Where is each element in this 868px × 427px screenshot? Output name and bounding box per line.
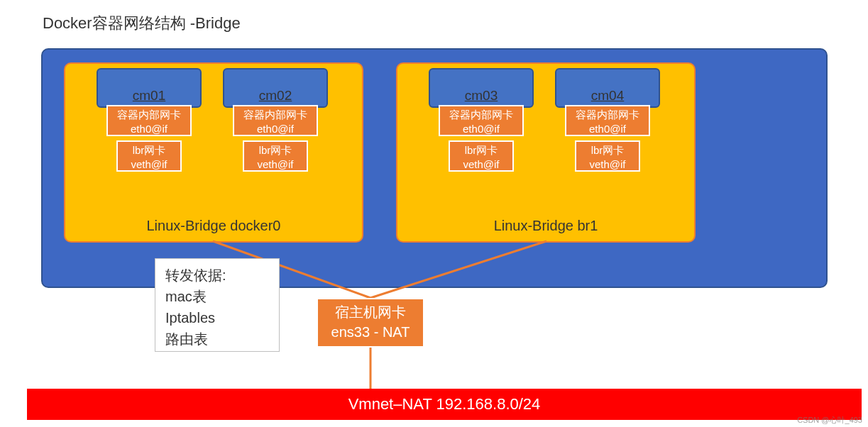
nic-label-line1: lbr网卡 xyxy=(118,143,180,157)
bridge-label: Linux-Bridge docker0 xyxy=(65,218,362,234)
nic-label-line2: eth0@if xyxy=(234,122,317,136)
container-cm03: cm03 xyxy=(429,68,534,108)
container-nic-eth0: 容器内部网卡 eth0@if xyxy=(233,105,318,136)
nic-label-line2: eth0@if xyxy=(566,122,649,136)
container-name: cm03 xyxy=(430,88,532,104)
vmnet-nat-bar: Vmnet–NAT 192.168.8.0/24 xyxy=(27,389,862,420)
bridge-br1: cm03 容器内部网卡 eth0@if lbr网卡 veth@if cm04 容… xyxy=(396,62,696,243)
watermark: CSDN @心叶_493 xyxy=(797,415,862,426)
container-name: cm01 xyxy=(98,88,200,104)
container-name: cm04 xyxy=(556,88,659,104)
nic-label-line1: lbr网卡 xyxy=(450,143,512,157)
container-name: cm02 xyxy=(224,88,326,104)
nic-label-line1: 容器内部网卡 xyxy=(108,108,190,122)
container-cm01: cm01 xyxy=(97,68,202,108)
forward-line: mac表 xyxy=(165,286,269,307)
forward-title: 转发依据: xyxy=(165,265,269,286)
host-machine-box: cm01 容器内部网卡 eth0@if lbr网卡 veth@if cm02 容… xyxy=(41,48,828,288)
forward-line: Iptables xyxy=(165,307,269,328)
bridge-nic-veth: lbr网卡 veth@if xyxy=(243,140,308,172)
host-nic-line1: 宿主机网卡 xyxy=(318,302,423,322)
forwarding-rules-box: 转发依据: mac表 Iptables 路由表 xyxy=(155,258,280,352)
host-nic-box: 宿主机网卡 ens33 - NAT xyxy=(317,298,424,348)
nic-label-line2: veth@if xyxy=(576,157,639,172)
nic-label-line2: veth@if xyxy=(450,157,512,172)
bridge-docker0: cm01 容器内部网卡 eth0@if lbr网卡 veth@if cm02 容… xyxy=(64,62,363,243)
nic-label-line1: 容器内部网卡 xyxy=(566,108,649,122)
container-cm04: cm04 xyxy=(555,68,660,108)
forward-line: 路由表 xyxy=(165,328,269,350)
container-cm02: cm02 xyxy=(223,68,328,108)
diagram-title: Docker容器网络结构 -Bridge xyxy=(43,13,241,34)
nic-label-line1: 容器内部网卡 xyxy=(234,108,317,122)
nic-label-line2: eth0@if xyxy=(108,122,190,136)
nic-label-line1: lbr网卡 xyxy=(244,143,307,157)
bridge-nic-veth: lbr网卡 veth@if xyxy=(116,140,182,172)
bridge-nic-veth: lbr网卡 veth@if xyxy=(575,140,640,172)
nic-label-line2: veth@if xyxy=(244,157,307,172)
container-nic-eth0: 容器内部网卡 eth0@if xyxy=(439,105,524,136)
nic-label-line1: 容器内部网卡 xyxy=(440,108,522,122)
bridge-nic-veth: lbr网卡 veth@if xyxy=(449,140,514,172)
container-nic-eth0: 容器内部网卡 eth0@if xyxy=(565,105,650,136)
nic-label-line2: eth0@if xyxy=(440,122,522,136)
nic-label-line2: veth@if xyxy=(118,157,180,172)
bridge-label: Linux-Bridge br1 xyxy=(397,218,694,234)
container-nic-eth0: 容器内部网卡 eth0@if xyxy=(106,105,192,136)
nic-label-line1: lbr网卡 xyxy=(576,143,639,157)
host-nic-line2: ens33 - NAT xyxy=(318,322,423,342)
